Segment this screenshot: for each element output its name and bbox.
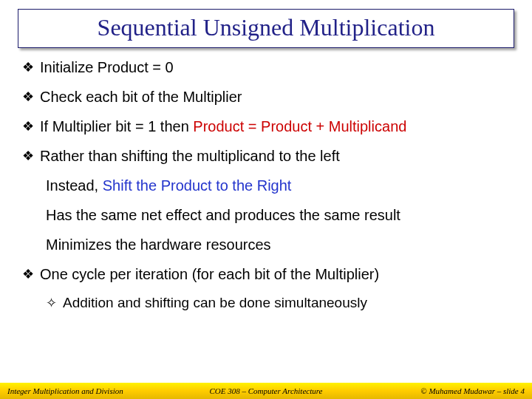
- bullet-item: ❖ One cycle per iteration (for each bit …: [22, 265, 510, 283]
- sub2-text: Addition and shifting can be done simult…: [63, 295, 367, 311]
- bullet-text: If Multiplier bit = 1 then Product = Pro…: [40, 117, 406, 135]
- sub-text-emphasis: Shift the Product to the Right: [103, 177, 292, 194]
- bullet-icon: ❖: [22, 58, 34, 76]
- slide-title: Sequential Unsigned Multiplication: [26, 14, 506, 41]
- bullet-icon: ❖: [22, 88, 34, 106]
- slide-body: ❖ Initialize Product = 0 ❖ Check each bi…: [0, 48, 532, 312]
- sub-text-prefix: Instead,: [46, 177, 103, 194]
- bullet-text: Rather than shifting the multiplicand to…: [40, 147, 340, 165]
- sub-item: Instead, Shift the Product to the Right: [22, 177, 510, 194]
- bullet-item: ❖ Initialize Product = 0: [22, 58, 510, 76]
- bullet-text-prefix: If Multiplier bit = 1 then: [40, 118, 193, 134]
- bullet-text: Initialize Product = 0: [40, 58, 174, 76]
- bullet-item: ❖ Rather than shifting the multiplicand …: [22, 147, 510, 165]
- sub-item: Minimizes the hardware resources: [22, 236, 510, 253]
- sub-item: Has the same net effect and produces the…: [22, 206, 510, 224]
- bullet-item: ❖ If Multiplier bit = 1 then Product = P…: [22, 117, 510, 135]
- bullet-icon: ❖: [22, 265, 34, 283]
- bullet-text: Check each bit of the Multiplier: [40, 88, 242, 106]
- footer-left: Integer Multiplication and Division: [7, 386, 180, 395]
- bullet-icon: ❖: [22, 147, 34, 165]
- bullet-icon: ❖: [22, 117, 34, 135]
- bullet-text: One cycle per iteration (for each bit of…: [40, 265, 379, 283]
- bullet-text-emphasis: Product = Product + Multiplicand: [193, 118, 406, 134]
- footer-right: © Muhamed Mudawar – slide 4: [352, 386, 525, 395]
- footer-center: COE 308 – Computer Architecture: [180, 386, 352, 395]
- sub2-item: ✧ Addition and shifting can be done simu…: [22, 295, 510, 312]
- bullet-item: ❖ Check each bit of the Multiplier: [22, 88, 510, 106]
- slide-footer: Integer Multiplication and Division COE …: [0, 383, 532, 399]
- slide-title-box: Sequential Unsigned Multiplication: [18, 9, 514, 48]
- sub-bullet-icon: ✧: [46, 295, 57, 312]
